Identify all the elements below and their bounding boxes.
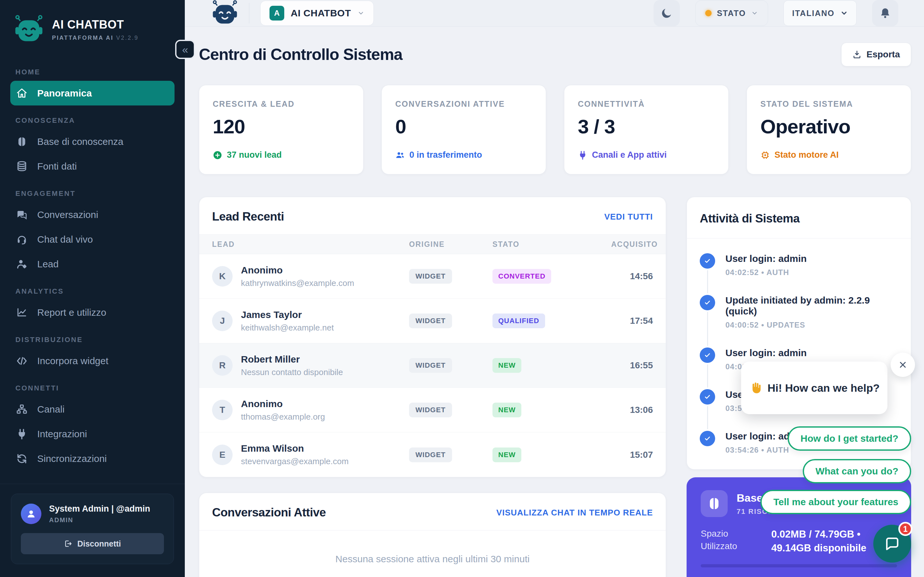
stat-footer: 37 nuovi lead: [227, 150, 282, 160]
origin-badge: WIDGET: [409, 269, 452, 284]
brand-version: V2.2.9: [116, 35, 139, 41]
origin-badge: WIDGET: [409, 358, 452, 373]
language-select[interactable]: ITALIANO: [783, 0, 857, 26]
sidebar-item-sincronizzazioni[interactable]: Sincronizzazioni: [10, 446, 174, 471]
plus-circle-icon: [213, 150, 222, 160]
headset-icon: [16, 234, 27, 245]
chat-unread-badge: 1: [898, 522, 913, 536]
chevron-down-icon: [840, 9, 848, 17]
lead-name: Anonimo: [241, 265, 354, 276]
stat-card-crescita-lead: CRESCITA & LEAD 120 37 nuovi lead: [199, 85, 363, 174]
export-button[interactable]: Esporta: [841, 43, 911, 66]
plug-icon: [578, 150, 588, 160]
stat-label: CONVERSAZIONI ATTIVE: [395, 99, 532, 109]
logout-label: Disconnetti: [78, 539, 121, 548]
check-icon: [700, 389, 715, 405]
stat-footer: Stato motore AI: [774, 150, 838, 160]
sidebar-item-chat-dal-vivo[interactable]: Chat dal vivo: [10, 227, 174, 251]
activity-item-title: User login: admin: [725, 253, 806, 264]
database-icon: [16, 161, 27, 172]
origin-badge: WIDGET: [409, 448, 452, 462]
stat-card-conversazioni-attive: CONVERSAZIONI ATTIVE 0 0 in trasferiment…: [381, 85, 546, 174]
plug-icon: [16, 428, 27, 440]
waving-hand-icon: [749, 382, 762, 394]
sidebar-item-canali[interactable]: Canali: [10, 397, 174, 422]
moon-icon: [661, 7, 673, 19]
status-label: STATO: [717, 9, 746, 18]
lead-time: 14:56: [611, 271, 653, 282]
status-badge: NEW: [493, 358, 521, 373]
sidebar-item-label: Fonti dati: [37, 161, 77, 172]
sidebar-item-label: Lead: [37, 259, 59, 269]
lead-avatar: R: [212, 355, 233, 376]
sidebar-item-label: Sincronizzazioni: [37, 453, 107, 464]
activity-item-title: Update initiated by admin: 2.2.9 (quick): [725, 295, 898, 317]
sidebar-collapse-button[interactable]: «: [175, 40, 195, 59]
nav-section-analytics: ANALYTICS: [0, 287, 185, 295]
vedi-tutti-link[interactable]: VEDI TUTTI: [604, 212, 653, 222]
chat-suggestion-features[interactable]: Tell me about your features: [760, 490, 911, 514]
table-row[interactable]: J James Taylor keithwalsh@example.net WI…: [199, 299, 666, 343]
check-icon: [700, 431, 715, 446]
sidebar-item-base-di-conoscenza[interactable]: Base di conoscenza: [10, 129, 174, 154]
chip-icon: [760, 150, 770, 160]
origin-badge: WIDGET: [409, 314, 452, 328]
sidebar-item-conversazioni[interactable]: Conversazioni: [10, 202, 174, 227]
lead-name: Emma Wilson: [241, 443, 349, 454]
sidebar-nav: HOME Panoramica CONOSCENZA Base di conos…: [0, 47, 185, 471]
user-role: ADMIN: [49, 516, 150, 524]
stat-card-connettivita: CONNETTIVITÀ 3 / 3 Canali e App attivi: [564, 85, 729, 174]
dark-mode-toggle[interactable]: [654, 0, 680, 26]
status-badge: NEW: [493, 403, 521, 417]
chat-close-button[interactable]: [891, 353, 915, 377]
chart-line-icon: [16, 307, 27, 318]
lead-name: Anonimo: [241, 398, 325, 409]
nav-section-conoscenza: CONOSCENZA: [0, 116, 185, 125]
table-row[interactable]: K Anonimo kathrynwatkins@example.com WID…: [199, 254, 666, 299]
origin-badge: WIDGET: [409, 403, 452, 417]
list-item: User login: admin 04:02:52 • AUTH: [700, 253, 898, 295]
chat-greeting-text: Hi! How can we help?: [767, 382, 879, 394]
notifications-button[interactable]: [872, 0, 898, 26]
sidebar-item-lead[interactable]: Lead: [10, 251, 174, 276]
table-row[interactable]: R Robert Miller Nessun contatto disponib…: [199, 343, 666, 388]
kb-storage-label: Spazio Utilizzato: [701, 527, 762, 552]
table-row[interactable]: T Anonimo tthomas@example.org WIDGET NEW…: [199, 388, 666, 432]
conversazioni-attive-card: Conversazioni Attive VISUALIZZA CHAT IN …: [199, 493, 666, 577]
lead-avatar: K: [212, 266, 233, 287]
visualizza-chat-link[interactable]: VISUALIZZA CHAT IN TEMPO REALE: [496, 508, 653, 518]
nav-section-engagement: ENGAGEMENT: [0, 189, 185, 198]
sidebar-item-label: Integrazioni: [37, 429, 87, 440]
chat-suggestion-get-started[interactable]: How do I get started?: [788, 426, 911, 451]
workspace-name: AI CHATBOT: [291, 8, 351, 19]
lead-contact: kathrynwatkins@example.com: [241, 278, 354, 288]
chevron-down-icon: [357, 10, 365, 17]
sidebar-item-incorpora-widget[interactable]: Incorpora widget: [10, 348, 174, 373]
logout-button[interactable]: Disconnetti: [21, 533, 164, 554]
lead-person-tag-icon: [16, 258, 27, 270]
home-icon: [16, 87, 27, 99]
workspace-selector[interactable]: A AI CHATBOT: [260, 1, 374, 26]
conversations-title: Conversazioni Attive: [212, 506, 326, 519]
sidebar-item-panoramica[interactable]: Panoramica: [10, 81, 174, 105]
sidebar-item-fonti-dati[interactable]: Fonti dati: [10, 154, 174, 179]
lead-avatar: E: [212, 445, 233, 465]
lead-contact: Nessun contatto disponibile: [241, 367, 343, 377]
brand-subtitle: PIATTAFORMA AI: [52, 35, 113, 41]
sync-icon: [16, 453, 27, 464]
status-dropdown[interactable]: STATO: [695, 0, 768, 26]
code-icon: [16, 355, 27, 367]
sidebar-item-report-e-utilizzo[interactable]: Report e utilizzo: [10, 300, 174, 325]
list-item: Update initiated by admin: 2.2.9 (quick)…: [700, 295, 898, 348]
sidebar-footer: System Admin | @admin ADMIN Disconnetti: [0, 484, 185, 577]
table-row[interactable]: E Emma Wilson stevenvargas@example.com W…: [199, 432, 666, 477]
robot-mini-logo-icon: [212, 0, 238, 26]
chat-suggestion-what-can-you-do[interactable]: What can you do?: [803, 459, 911, 484]
sidebar-item-integrazioni[interactable]: Integrazioni: [10, 422, 174, 446]
bell-icon: [879, 7, 891, 19]
page-title: Centro di Controllo Sistema: [199, 45, 402, 64]
workspace-badge: A: [270, 6, 284, 21]
sidebar: AI CHATBOT PIATTAFORMA AI V2.2.9 HOME Pa…: [0, 0, 185, 577]
sidebar-item-label: Incorpora widget: [37, 356, 108, 366]
sidebar-item-label: Chat dal vivo: [37, 234, 93, 245]
